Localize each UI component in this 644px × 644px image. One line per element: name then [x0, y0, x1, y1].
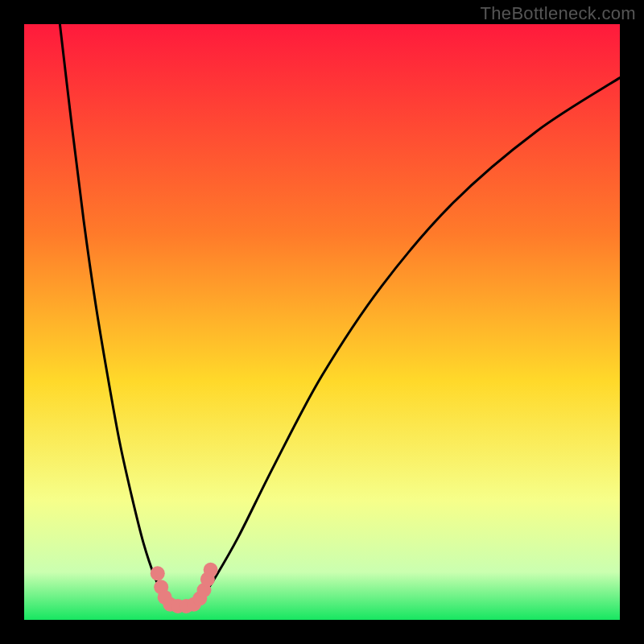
data-marker: [151, 566, 165, 580]
plot-area: [24, 24, 620, 620]
chart-frame: TheBottleneck.com: [0, 0, 644, 644]
watermark-text: TheBottleneck.com: [481, 3, 636, 24]
chart-background: [24, 24, 620, 620]
chart-svg: [24, 24, 620, 620]
data-marker: [204, 563, 218, 577]
